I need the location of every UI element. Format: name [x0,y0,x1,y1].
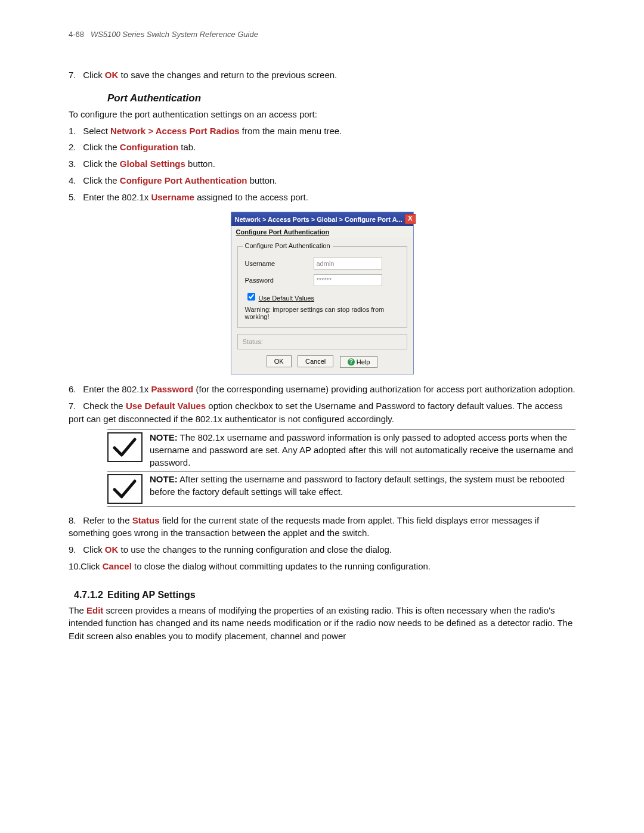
close-icon[interactable]: X [405,214,416,224]
username-input[interactable] [314,258,382,270]
step-1: 1. Select Network > Access Port Radios f… [69,125,575,138]
password-label: Password [245,277,314,284]
dialog-titlebar: Network > Access Ports > Global > Config… [231,212,413,226]
note-1-text: NOTE: The 802.1x username and password i… [150,431,575,469]
note-2: NOTE: After setting the username and pas… [107,474,575,504]
username-row: Username [245,258,400,270]
step-7: 7. Check the Use Default Values option c… [69,400,575,426]
page-header: 4-68 WS5100 Series Switch System Referen… [69,30,575,39]
subsection-body: The Edit screen provides a means of modi… [69,604,575,643]
group-legend: Configure Port Authentication [243,242,333,249]
dialog-buttons: OK Cancel ?Help [237,355,407,368]
dialog-title-text: Network > Access Ports > Global > Config… [235,216,402,223]
section-title: Port Authentication [107,92,575,104]
checkmark-icon [107,474,143,504]
help-button[interactable]: ?Help [340,356,378,368]
warning-text: Warning: improper settings can stop radi… [245,306,400,320]
dialog: Network > Access Ports > Global > Config… [231,212,414,374]
section-intro: To configure the port authentication set… [69,108,575,121]
step-7-top: 7. Click OK to save the changes and retu… [69,69,575,82]
password-input[interactable] [314,274,382,286]
help-icon: ? [348,358,355,366]
step-10: 10.Click Cancel to close the dialog with… [69,560,575,573]
username-label: Username [245,260,314,267]
use-default-row: Use Default Values [245,291,400,302]
password-row: Password [245,274,400,286]
step-5: 5. Enter the 802.1x Username assigned to… [69,191,575,204]
page-number: 4-68 [69,30,84,39]
dialog-subtitle: Configure Port Authentication [231,226,413,238]
step-8: 8. Refer to the Status field for the cur… [69,514,575,540]
note-1: NOTE: The 802.1x username and password i… [107,432,575,469]
cancel-button[interactable]: Cancel [298,355,333,367]
use-default-checkbox[interactable] [247,293,255,301]
status-field: Status: [237,334,407,349]
subsection-heading: 4.7.1.2Editing AP Settings [107,590,575,600]
ok-button[interactable]: OK [267,355,292,367]
use-default-label[interactable]: Use Default Values [259,295,314,302]
step-9: 9. Click OK to use the changes to the ru… [69,543,575,556]
dialog-body: Configure Port Authentication Username P… [231,238,413,374]
note-2-text: NOTE: After setting the username and pas… [150,473,575,498]
step-4: 4. Click the Configure Port Authenticati… [69,174,575,187]
checkmark-icon [107,432,143,462]
step-3: 3. Click the Global Settings button. [69,157,575,171]
config-group: Configure Port Authentication Username P… [237,246,407,328]
step-6: 6. Enter the 802.1x Password (for the co… [69,383,575,396]
document-page: 4-68 WS5100 Series Switch System Referen… [0,0,644,833]
doc-title: WS5100 Series Switch System Reference Gu… [91,30,258,39]
step-2: 2. Click the Configuration tab. [69,141,575,154]
